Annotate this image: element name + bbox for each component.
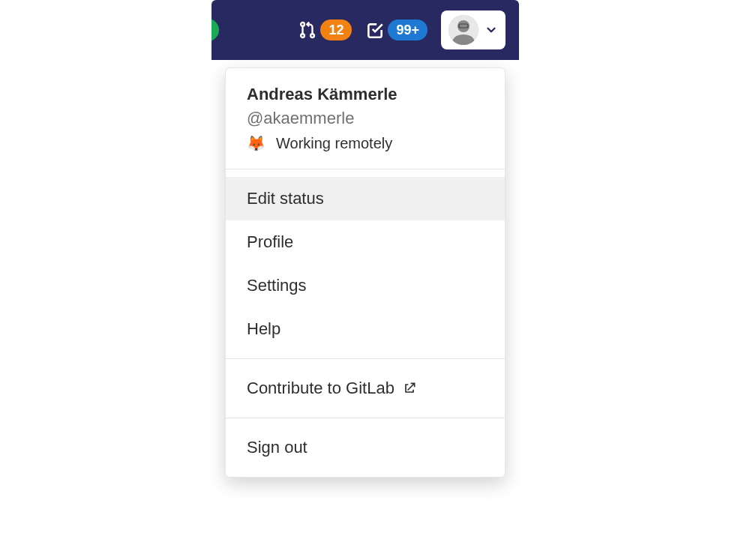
svg-point-0 [302,22,305,26]
menu-section-contribute: Contribute to GitLab [226,359,505,418]
user-handle: @akaemmerle [247,109,484,128]
user-menu-button[interactable] [441,10,506,49]
menu-section-signout: Sign out [226,418,505,477]
status-text: Working remotely [276,135,392,152]
menu-item-label: Contribute to GitLab [247,379,394,398]
status-emoji: 🦊 [247,134,266,152]
menu-item-label: Sign out [247,438,308,457]
menu-section-primary: Edit status Profile Settings Help [226,169,505,359]
menu-item-edit-status[interactable]: Edit status [226,177,505,220]
menu-item-profile[interactable]: Profile [226,220,505,264]
todos-badge: 99+ [388,19,428,40]
menu-item-help[interactable]: Help [226,307,505,351]
merge-requests-badge: 12 [320,19,352,40]
user-display-name: Andreas Kämmerle [247,85,484,104]
todos-icon [365,20,385,40]
menu-item-label: Edit status [247,189,324,208]
app-frame: 12 99+ [212,0,519,60]
menu-item-label: Settings [247,276,307,295]
menu-item-label: Profile [247,232,293,252]
chevron-down-icon [484,23,498,37]
menu-item-contribute[interactable]: Contribute to GitLab [226,367,505,410]
svg-point-2 [311,34,315,37]
user-status: 🦊 Working remotely [247,134,484,152]
menu-item-settings[interactable]: Settings [226,264,505,307]
user-dropdown-menu: Andreas Kämmerle @akaemmerle 🦊 Working r… [225,67,506,478]
svg-point-1 [302,34,305,37]
top-navbar: 12 99+ [212,0,519,60]
merge-request-icon [298,20,317,40]
avatar [448,15,478,45]
merge-requests-nav[interactable]: 12 [298,19,352,40]
menu-item-sign-out[interactable]: Sign out [226,426,505,469]
dropdown-header: Andreas Kämmerle @akaemmerle 🦊 Working r… [226,68,505,169]
menu-item-label: Help [247,319,280,339]
todos-nav[interactable]: 99+ [365,19,428,40]
status-dot-partial [212,19,219,41]
external-link-icon [402,381,417,396]
